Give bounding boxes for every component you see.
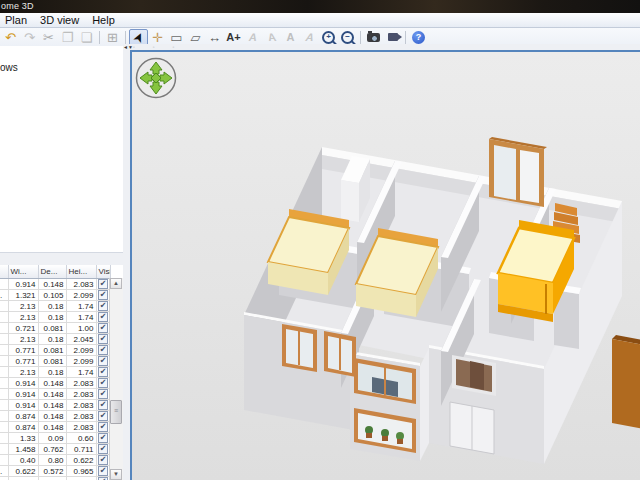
create-photo-icon xyxy=(367,33,380,42)
visible-checkbox[interactable]: ✔ xyxy=(98,444,108,454)
redo-button: ↷ xyxy=(20,29,39,46)
create-rooms-button[interactable]: ▱ xyxy=(186,29,205,46)
col-header-height[interactable]: Hei... xyxy=(66,265,96,279)
visible-checkbox[interactable]: ✔ xyxy=(98,378,108,388)
visible-checkbox[interactable]: ✔ xyxy=(98,367,108,377)
table-row[interactable]: 0.9140.1482.083✔ xyxy=(0,400,110,411)
table-row[interactable]: 2.130.181.74✔ xyxy=(0,367,110,378)
text-italic-icon: A xyxy=(303,31,315,44)
facade-window-1 xyxy=(282,324,317,372)
catalog-category-label: ows xyxy=(0,62,18,73)
visible-checkbox[interactable]: ✔ xyxy=(98,312,108,322)
table-row[interactable]: 2.130.182.045✔ xyxy=(0,334,110,345)
table-row[interactable]: 0.400.800.622✔ xyxy=(0,455,110,466)
visible-checkbox[interactable]: ✔ xyxy=(98,301,108,311)
table-row[interactable]: .1.3210.1052.099✔ xyxy=(0,290,110,301)
visible-checkbox[interactable]: ✔ xyxy=(98,466,108,476)
table-row[interactable]: .0.6220.5720.965✔ xyxy=(0,466,110,477)
visible-checkbox[interactable]: ✔ xyxy=(98,433,108,443)
3d-view[interactable] xyxy=(130,50,640,480)
select-button[interactable]: ➤ xyxy=(129,29,148,46)
visible-checkbox[interactable]: ✔ xyxy=(98,279,108,289)
entry-doors xyxy=(450,402,494,454)
table-row[interactable]: 1.4580.7620.711✔ xyxy=(0,444,110,455)
table-row[interactable]: 0.9140.1482.083✔ xyxy=(0,378,110,389)
zoom-out-button[interactable]: − xyxy=(338,29,357,46)
text-bold-button: A xyxy=(281,29,300,46)
paste-button: ❏ xyxy=(77,29,96,46)
undo-button[interactable]: ↶ xyxy=(1,29,20,46)
vertical-splitter[interactable] xyxy=(123,44,130,480)
toolbar-separator xyxy=(125,31,126,44)
menu-bar: Plan3D viewHelp xyxy=(0,13,640,28)
furniture-catalog-panel[interactable]: ows xyxy=(0,46,123,252)
table-row[interactable]: 2.130.181.74✔ xyxy=(0,312,110,323)
navigation-compass[interactable] xyxy=(134,56,178,100)
table-row[interactable]: 0.7710.0812.099✔ xyxy=(0,356,110,367)
pan-button[interactable]: ✛ xyxy=(148,29,167,46)
application-window: ome 3D Plan3D viewHelp ↶↷✂❐❏⊞➤✛▭▱↔A+AAAA… xyxy=(0,0,640,480)
visible-checkbox[interactable]: ✔ xyxy=(98,334,108,344)
toolbar-separator xyxy=(360,31,361,44)
table-row[interactable]: 0.7210.0811.00✔ xyxy=(0,323,110,334)
visible-checkbox[interactable]: ✔ xyxy=(98,400,108,410)
help-button[interactable]: ? xyxy=(409,29,428,46)
create-photo-button[interactable] xyxy=(364,29,383,46)
toolbar-separator xyxy=(99,31,100,44)
zoom-out-icon: − xyxy=(341,31,354,44)
scroll-thumb[interactable] xyxy=(110,400,122,424)
add-text-icon: A+ xyxy=(226,31,240,44)
menu-help[interactable]: Help xyxy=(87,13,123,27)
visible-checkbox[interactable]: ✔ xyxy=(98,356,108,366)
table-row[interactable]: 0.8740.1482.083✔ xyxy=(0,411,110,422)
table-row[interactable]: 0.9140.1482.083✔ xyxy=(0,279,110,290)
add-furniture-icon: ⊞ xyxy=(107,31,118,44)
paste-icon: ❏ xyxy=(81,31,93,44)
create-walls-icon: ▭ xyxy=(170,31,182,44)
3d-scene xyxy=(132,52,640,480)
create-video-button[interactable] xyxy=(383,29,402,46)
menu-3d-view[interactable]: 3D view xyxy=(35,13,87,27)
zoom-in-icon: + xyxy=(322,31,335,44)
bay-right-side xyxy=(420,348,429,461)
right-wardrobe xyxy=(612,335,640,429)
pan-icon: ✛ xyxy=(152,31,163,44)
table-row[interactable]: 0.8740.1482.083✔ xyxy=(0,422,110,433)
create-walls-button[interactable]: ▭ xyxy=(167,29,186,46)
visible-checkbox[interactable]: ✔ xyxy=(98,411,108,421)
create-dimensions-button[interactable]: ↔ xyxy=(205,29,224,46)
undo-icon: ↶ xyxy=(5,31,16,44)
visible-checkbox[interactable]: ✔ xyxy=(98,290,108,300)
col-header-name[interactable] xyxy=(0,265,8,279)
table-row[interactable]: 0.7970.7972.108✔ xyxy=(0,477,110,480)
scroll-up-arrow[interactable]: ▲ xyxy=(110,278,122,289)
cut-icon: ✂ xyxy=(43,31,54,44)
help-icon: ? xyxy=(412,31,425,44)
add-text-button[interactable]: A+ xyxy=(224,29,243,46)
visible-checkbox[interactable]: ✔ xyxy=(98,422,108,432)
create-dimensions-icon: ↔ xyxy=(208,31,221,44)
visible-checkbox[interactable]: ✔ xyxy=(98,389,108,399)
visible-checkbox[interactable]: ✔ xyxy=(98,323,108,333)
zoom-in-button[interactable]: + xyxy=(319,29,338,46)
title-bar[interactable]: ome 3D xyxy=(0,0,640,13)
text-italic-button: A xyxy=(300,29,319,46)
visible-checkbox[interactable]: ✔ xyxy=(98,345,108,355)
menu-plan[interactable]: Plan xyxy=(0,13,35,27)
visible-checkbox[interactable]: ✔ xyxy=(98,455,108,465)
toolbar-separator xyxy=(405,31,406,44)
col-header-width[interactable]: Wi... xyxy=(8,265,38,279)
col-header-depth[interactable]: De... xyxy=(38,265,66,279)
furniture-table[interactable]: Wi... De... Hei... Visi... 0.9140.1482.0… xyxy=(0,265,111,480)
table-row[interactable]: 1.330.090.60✔ xyxy=(0,433,110,444)
table-row[interactable]: 2.130.181.74✔ xyxy=(0,301,110,312)
create-video-icon xyxy=(388,33,398,41)
cut-button: ✂ xyxy=(39,29,58,46)
table-vertical-scrollbar[interactable]: ▲ ▼ xyxy=(109,278,123,480)
table-row[interactable]: 0.7710.0812.099✔ xyxy=(0,345,110,356)
select-icon: ➤ xyxy=(130,29,146,44)
scroll-down-arrow[interactable]: ▼ xyxy=(110,469,122,480)
window-title: ome 3D xyxy=(0,1,34,11)
table-row[interactable]: 0.9140.1482.083✔ xyxy=(0,389,110,400)
col-header-visible[interactable]: Visi... xyxy=(96,265,110,279)
